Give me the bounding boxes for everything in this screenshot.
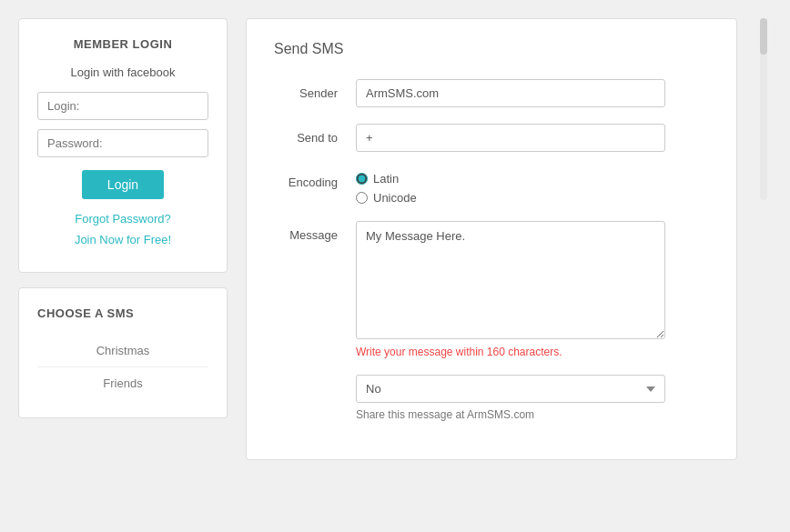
share-label-spacer bbox=[274, 375, 356, 382]
member-login-title: MEMBER LOGIN bbox=[74, 37, 173, 51]
choose-sms-title: CHOOSE A SMS bbox=[37, 306, 208, 320]
member-login-card: MEMBER LOGIN Login with facebook Login F… bbox=[18, 18, 228, 273]
sender-label: Sender bbox=[274, 79, 356, 100]
message-label: Message bbox=[274, 221, 356, 242]
sender-input[interactable] bbox=[356, 79, 665, 107]
send-to-label: Send to bbox=[274, 124, 356, 145]
forgot-password-link[interactable]: Forgot Password? bbox=[75, 212, 171, 226]
sender-row: Sender bbox=[274, 79, 709, 107]
sms-list: Christmas Friends bbox=[37, 335, 208, 399]
message-textarea[interactable]: My Message Here. bbox=[356, 221, 665, 339]
share-select[interactable]: No Yes bbox=[356, 375, 665, 403]
password-input[interactable] bbox=[37, 129, 208, 157]
encoding-latin-radio[interactable] bbox=[356, 173, 368, 185]
sms-list-item[interactable]: Friends bbox=[37, 367, 208, 399]
join-now-link[interactable]: Join Now for Free! bbox=[75, 233, 171, 246]
message-row: Message My Message Here. Write your mess… bbox=[274, 221, 709, 358]
message-group: My Message Here. Write your message with… bbox=[356, 221, 665, 358]
scrollbar-track[interactable] bbox=[760, 18, 767, 200]
encoding-row: Encoding Latin Unicode bbox=[274, 168, 709, 205]
encoding-label: Encoding bbox=[274, 168, 356, 189]
main-content: Send SMS Sender Send to Encoding Latin U… bbox=[246, 18, 737, 460]
encoding-latin-text: Latin bbox=[373, 172, 399, 186]
share-text: Share this message at ArmSMS.com bbox=[356, 408, 665, 421]
encoding-group: Latin Unicode bbox=[356, 168, 417, 205]
facebook-login-link[interactable]: Login with facebook bbox=[71, 65, 176, 79]
login-input[interactable] bbox=[37, 92, 208, 120]
share-row: No Yes Share this message at ArmSMS.com bbox=[274, 375, 709, 421]
choose-sms-card: CHOOSE A SMS Christmas Friends bbox=[18, 287, 228, 418]
section-title: Send SMS bbox=[274, 41, 709, 57]
encoding-latin-label[interactable]: Latin bbox=[356, 172, 417, 186]
scrollbar-thumb[interactable] bbox=[760, 18, 767, 55]
encoding-unicode-text: Unicode bbox=[373, 191, 417, 205]
send-to-row: Send to bbox=[274, 124, 709, 152]
sms-list-item[interactable]: Christmas bbox=[37, 335, 208, 367]
encoding-unicode-radio[interactable] bbox=[356, 192, 368, 204]
login-button[interactable]: Login bbox=[82, 170, 164, 199]
share-group: No Yes Share this message at ArmSMS.com bbox=[356, 375, 665, 421]
char-warning: Write your message within 160 characters… bbox=[356, 346, 665, 358]
send-to-input[interactable] bbox=[356, 124, 665, 152]
encoding-unicode-label[interactable]: Unicode bbox=[356, 191, 417, 205]
sidebar: MEMBER LOGIN Login with facebook Login F… bbox=[18, 18, 228, 460]
scrollbar-area bbox=[755, 18, 772, 460]
